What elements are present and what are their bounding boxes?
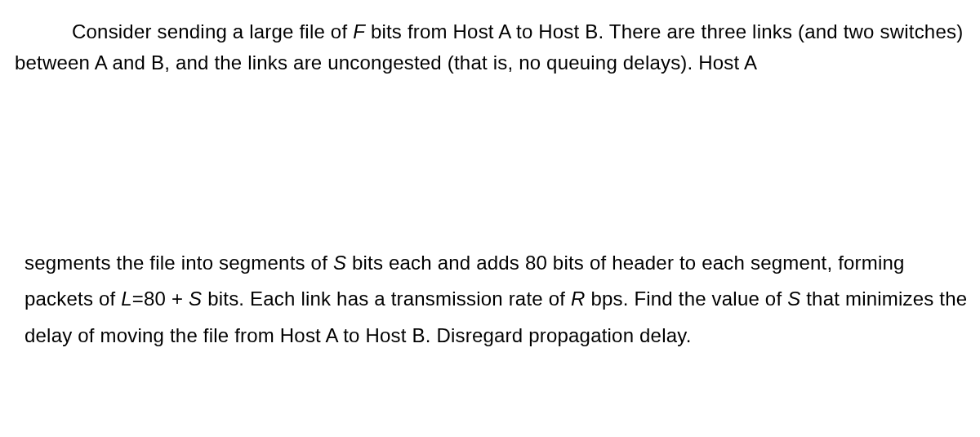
variable-s: S	[189, 288, 202, 310]
problem-paragraph-top: Consider sending a large file of F bits …	[15, 16, 972, 79]
variable-s: S	[333, 252, 346, 274]
variable-l: L	[121, 288, 132, 310]
text-segment: bps. Find the value of	[586, 288, 788, 310]
text-segment: =80 +	[132, 288, 189, 310]
text-segment: bits. Each link has a transmission rate …	[202, 288, 571, 310]
problem-paragraph-bottom: segments the file into segments of S bit…	[24, 245, 970, 354]
text-segment: Consider sending a large file of	[72, 20, 353, 42]
variable-r: R	[571, 288, 586, 310]
text-segment: segments the file into segments of	[24, 252, 333, 274]
variable-f: F	[353, 20, 365, 42]
variable-s: S	[787, 288, 800, 310]
